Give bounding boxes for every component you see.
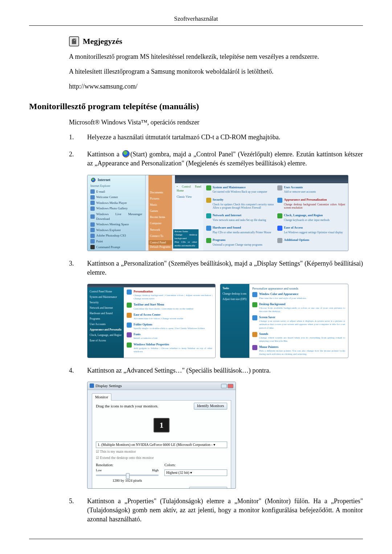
note-url: http://www.samsung.com/ (69, 82, 359, 91)
control-panel-window: • Control Panel Home Classic View Recent… (175, 175, 348, 251)
user-icon (277, 185, 282, 190)
step-5-text: Kattintson a „Properties" (Tulajdonságok… (87, 497, 363, 523)
advanced-settings-button[interactable]: Advanced Settings... (189, 487, 227, 489)
mouse-icon (252, 345, 257, 350)
colors-label: Colors: (164, 463, 227, 468)
speaker-icon (206, 226, 211, 231)
note-line-2: A hitelesített illesztőprogram a Samsung… (69, 67, 359, 76)
screenshot-step-2: Internet Internet Explorer E-mail Welcom… (87, 175, 363, 251)
personalization-icon (127, 290, 132, 295)
start-orb-icon (122, 150, 130, 157)
display-settings-dialog: Display Settings Monitor Drag the icons … (87, 382, 236, 489)
page-header: Szoftverhasználat (29, 15, 363, 26)
step-5: Kattintson a „Properties" (Tulajdonságok… (69, 497, 363, 524)
monitor-preview[interactable]: 1 (96, 413, 227, 438)
screensaver-icon (252, 315, 257, 320)
program-icon (206, 238, 211, 243)
step-3-text: Kattintson a „Personalization" (Személye… (87, 260, 363, 276)
step-4-text: Kattintson az „Advanced Settings…" (Spec… (87, 367, 271, 374)
taskbar-icon (127, 303, 132, 308)
note-heading: Megjegyzés (69, 36, 359, 47)
personalization-window: Tasks Change desktop icons Adjust font s… (220, 284, 348, 358)
step-2: Kattintson a (Start) gombra, majd a „Con… (69, 150, 363, 251)
clock-icon (277, 213, 282, 218)
identify-monitors-button[interactable]: Identify Monitors (194, 403, 227, 410)
dialog-title: Display Settings (95, 383, 122, 388)
start-menu-right: Documents Pictures Music Games Recent It… (148, 175, 172, 251)
screenshot-step-3: Control Panel Home System and Maintenanc… (87, 284, 363, 358)
window-controls[interactable] (221, 384, 233, 388)
display-icon (90, 383, 94, 388)
resolution-slider[interactable] (96, 475, 159, 476)
resolution-label: Resolution: (96, 463, 159, 468)
step-1: Helyezze a használati útmutatót tartalma… (69, 133, 363, 142)
monitor-icon (277, 198, 282, 203)
color-icon (252, 292, 257, 297)
footer-rule (29, 539, 363, 539)
step-1-text: Helyezze a használati útmutatót tartalma… (87, 134, 280, 141)
subtitle: Microsoft® Windows Vista™, operációs ren… (69, 118, 363, 127)
globe-icon (206, 213, 211, 218)
screenshot-step-4: Display Settings Monitor Drag the icons … (87, 382, 363, 489)
colors-select[interactable]: Highest (32 bit) ▾ (164, 469, 227, 476)
drag-label: Drag the icons to match your monitors. (96, 403, 159, 409)
access-icon (277, 226, 282, 231)
header-title: Szoftverhasználat (174, 15, 218, 22)
section-heading: Monitorillesztő program telepítése (manu… (29, 100, 363, 113)
note-label: Megjegyzés (83, 36, 122, 47)
note-icon (69, 36, 79, 46)
step-2-text-a: Kattintson a (87, 151, 122, 158)
appearance-window: Control Panel Home System and Maintenanc… (87, 284, 216, 358)
desktop-bg-icon (252, 302, 257, 307)
sidebar-icon (127, 342, 132, 348)
folder-icon (127, 323, 132, 328)
resolution-value: 1280 by 1024 pixels (96, 478, 159, 483)
ease-icon (127, 313, 132, 318)
start-orb-icon (91, 178, 95, 182)
close-icon (228, 384, 233, 388)
shield-icon (206, 185, 211, 190)
monitor-select[interactable]: 1. (Multiple Monitors) on NVIDIA GeForce… (96, 442, 227, 448)
step-3: Kattintson a „Personalization" (Személye… (69, 259, 363, 358)
step-4: Kattintson az „Advanced Settings…" (Spec… (69, 366, 363, 489)
start-menu-left: Internet Internet Explorer E-mail Welcom… (87, 175, 146, 251)
options-icon (277, 238, 282, 243)
monitor-thumbnail[interactable]: 1 (154, 418, 170, 432)
tab-monitor[interactable]: Monitor (92, 393, 111, 401)
main-monitor-checkbox[interactable]: ☑ This is my main monitor (96, 449, 227, 454)
extend-desktop-checkbox[interactable]: ☑ Extend the desktop onto this monitor (96, 455, 227, 460)
lock-icon (206, 198, 211, 203)
note-line-1: A monitorillesztő program MS hitelesítés… (69, 52, 359, 61)
sounds-icon (252, 332, 257, 337)
font-icon (127, 332, 132, 337)
